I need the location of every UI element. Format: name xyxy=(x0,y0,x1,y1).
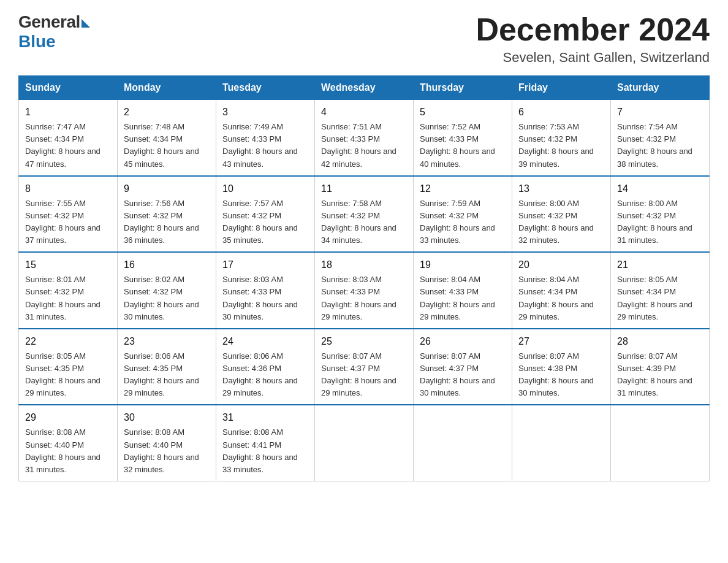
day-info: Sunrise: 8:01 AMSunset: 4:32 PMDaylight:… xyxy=(25,275,100,321)
day-number: 30 xyxy=(124,410,210,425)
day-number: 3 xyxy=(222,105,308,120)
day-number: 31 xyxy=(222,410,308,425)
day-info: Sunrise: 8:06 AMSunset: 4:36 PMDaylight:… xyxy=(222,351,298,397)
day-info: Sunrise: 8:05 AMSunset: 4:35 PMDaylight:… xyxy=(25,351,100,397)
calendar-cell: 24Sunrise: 8:06 AMSunset: 4:36 PMDayligh… xyxy=(216,329,315,405)
calendar-cell: 9Sunrise: 7:56 AMSunset: 4:32 PMDaylight… xyxy=(118,176,216,253)
calendar-cell: 31Sunrise: 8:08 AMSunset: 4:41 PMDayligh… xyxy=(216,405,315,481)
calendar-header-friday: Friday xyxy=(512,76,611,100)
day-number: 8 xyxy=(25,182,111,196)
calendar-header-saturday: Saturday xyxy=(611,76,710,100)
calendar-cell: 1Sunrise: 7:47 AMSunset: 4:34 PMDaylight… xyxy=(19,100,118,176)
logo: General Blue xyxy=(18,12,90,52)
calendar-cell: 8Sunrise: 7:55 AMSunset: 4:32 PMDaylight… xyxy=(19,176,118,253)
calendar-cell: 14Sunrise: 8:00 AMSunset: 4:32 PMDayligh… xyxy=(611,176,710,253)
day-number: 19 xyxy=(420,258,506,272)
day-number: 2 xyxy=(124,105,210,120)
page-header: General Blue December 2024 Sevelen, Sain… xyxy=(18,12,710,66)
calendar-cell: 17Sunrise: 8:03 AMSunset: 4:33 PMDayligh… xyxy=(216,252,315,329)
day-number: 21 xyxy=(617,258,703,272)
day-number: 16 xyxy=(124,258,210,272)
calendar-cell: 2Sunrise: 7:48 AMSunset: 4:34 PMDaylight… xyxy=(118,100,216,176)
day-info: Sunrise: 7:52 AMSunset: 4:33 PMDaylight:… xyxy=(420,122,495,168)
day-info: Sunrise: 8:03 AMSunset: 4:33 PMDaylight:… xyxy=(321,275,396,321)
logo-arrow-icon xyxy=(82,19,90,28)
day-number: 26 xyxy=(420,334,506,349)
calendar-header-tuesday: Tuesday xyxy=(216,76,315,100)
day-info: Sunrise: 8:06 AMSunset: 4:35 PMDaylight:… xyxy=(124,351,199,397)
calendar-header-monday: Monday xyxy=(118,76,216,100)
day-info: Sunrise: 7:49 AMSunset: 4:33 PMDaylight:… xyxy=(222,122,298,168)
calendar-cell: 27Sunrise: 8:07 AMSunset: 4:38 PMDayligh… xyxy=(512,329,611,405)
calendar-cell: 26Sunrise: 8:07 AMSunset: 4:37 PMDayligh… xyxy=(414,329,512,405)
calendar-week-row: 15Sunrise: 8:01 AMSunset: 4:32 PMDayligh… xyxy=(19,252,710,329)
day-info: Sunrise: 8:07 AMSunset: 4:37 PMDaylight:… xyxy=(321,351,396,397)
day-info: Sunrise: 7:53 AMSunset: 4:32 PMDaylight:… xyxy=(518,122,594,168)
day-number: 12 xyxy=(420,182,506,196)
day-info: Sunrise: 7:51 AMSunset: 4:33 PMDaylight:… xyxy=(321,122,396,168)
day-info: Sunrise: 8:08 AMSunset: 4:40 PMDaylight:… xyxy=(124,427,199,473)
day-info: Sunrise: 8:07 AMSunset: 4:37 PMDaylight:… xyxy=(420,351,495,397)
day-info: Sunrise: 8:04 AMSunset: 4:33 PMDaylight:… xyxy=(420,275,495,321)
day-number: 20 xyxy=(518,258,604,272)
day-number: 1 xyxy=(25,105,111,120)
calendar-cell: 16Sunrise: 8:02 AMSunset: 4:32 PMDayligh… xyxy=(118,252,216,329)
day-number: 25 xyxy=(321,334,407,349)
calendar-week-row: 29Sunrise: 8:08 AMSunset: 4:40 PMDayligh… xyxy=(19,405,710,481)
calendar-header-row: SundayMondayTuesdayWednesdayThursdayFrid… xyxy=(19,76,710,100)
day-info: Sunrise: 8:05 AMSunset: 4:34 PMDaylight:… xyxy=(617,275,692,321)
calendar-cell: 7Sunrise: 7:54 AMSunset: 4:32 PMDaylight… xyxy=(611,100,710,176)
day-info: Sunrise: 8:07 AMSunset: 4:38 PMDaylight:… xyxy=(518,351,594,397)
day-number: 13 xyxy=(518,182,604,196)
day-info: Sunrise: 8:04 AMSunset: 4:34 PMDaylight:… xyxy=(518,275,594,321)
day-number: 18 xyxy=(321,258,407,272)
calendar-cell: 18Sunrise: 8:03 AMSunset: 4:33 PMDayligh… xyxy=(315,252,414,329)
day-number: 24 xyxy=(222,334,308,349)
calendar-cell: 5Sunrise: 7:52 AMSunset: 4:33 PMDaylight… xyxy=(414,100,512,176)
calendar-cell: 28Sunrise: 8:07 AMSunset: 4:39 PMDayligh… xyxy=(611,329,710,405)
day-info: Sunrise: 7:48 AMSunset: 4:34 PMDaylight:… xyxy=(124,122,199,168)
day-number: 7 xyxy=(617,105,703,120)
calendar-cell: 20Sunrise: 8:04 AMSunset: 4:34 PMDayligh… xyxy=(512,252,611,329)
calendar-cell: 25Sunrise: 8:07 AMSunset: 4:37 PMDayligh… xyxy=(315,329,414,405)
day-info: Sunrise: 8:08 AMSunset: 4:41 PMDaylight:… xyxy=(222,427,298,473)
calendar-cell xyxy=(414,405,512,481)
calendar-cell: 4Sunrise: 7:51 AMSunset: 4:33 PMDaylight… xyxy=(315,100,414,176)
calendar-cell: 3Sunrise: 7:49 AMSunset: 4:33 PMDaylight… xyxy=(216,100,315,176)
calendar-cell: 23Sunrise: 8:06 AMSunset: 4:35 PMDayligh… xyxy=(118,329,216,405)
location-subtitle: Sevelen, Saint Gallen, Switzerland xyxy=(476,50,710,66)
day-number: 28 xyxy=(617,334,703,349)
day-number: 10 xyxy=(222,182,308,196)
calendar-cell: 6Sunrise: 7:53 AMSunset: 4:32 PMDaylight… xyxy=(512,100,611,176)
day-number: 23 xyxy=(124,334,210,349)
day-number: 17 xyxy=(222,258,308,272)
calendar-week-row: 1Sunrise: 7:47 AMSunset: 4:34 PMDaylight… xyxy=(19,100,710,176)
day-info: Sunrise: 8:00 AMSunset: 4:32 PMDaylight:… xyxy=(518,199,594,245)
calendar-cell: 13Sunrise: 8:00 AMSunset: 4:32 PMDayligh… xyxy=(512,176,611,253)
logo-blue-text: Blue xyxy=(18,32,56,52)
calendar-header-thursday: Thursday xyxy=(414,76,512,100)
day-info: Sunrise: 8:08 AMSunset: 4:40 PMDaylight:… xyxy=(25,427,100,473)
day-info: Sunrise: 7:58 AMSunset: 4:32 PMDaylight:… xyxy=(321,199,396,245)
day-info: Sunrise: 7:54 AMSunset: 4:32 PMDaylight:… xyxy=(617,122,692,168)
day-info: Sunrise: 8:00 AMSunset: 4:32 PMDaylight:… xyxy=(617,199,692,245)
calendar-cell: 22Sunrise: 8:05 AMSunset: 4:35 PMDayligh… xyxy=(19,329,118,405)
calendar-cell: 21Sunrise: 8:05 AMSunset: 4:34 PMDayligh… xyxy=(611,252,710,329)
day-number: 11 xyxy=(321,182,407,196)
day-number: 27 xyxy=(518,334,604,349)
day-number: 9 xyxy=(124,182,210,196)
calendar-cell xyxy=(512,405,611,481)
day-number: 6 xyxy=(518,105,604,120)
calendar-header-wednesday: Wednesday xyxy=(315,76,414,100)
calendar-table: SundayMondayTuesdayWednesdayThursdayFrid… xyxy=(18,75,710,481)
day-info: Sunrise: 7:57 AMSunset: 4:32 PMDaylight:… xyxy=(222,199,298,245)
month-title: December 2024 xyxy=(476,12,710,47)
day-info: Sunrise: 8:07 AMSunset: 4:39 PMDaylight:… xyxy=(617,351,692,397)
day-number: 4 xyxy=(321,105,407,120)
calendar-week-row: 22Sunrise: 8:05 AMSunset: 4:35 PMDayligh… xyxy=(19,329,710,405)
day-info: Sunrise: 7:59 AMSunset: 4:32 PMDaylight:… xyxy=(420,199,495,245)
calendar-cell: 15Sunrise: 8:01 AMSunset: 4:32 PMDayligh… xyxy=(19,252,118,329)
day-number: 14 xyxy=(617,182,703,196)
day-info: Sunrise: 8:02 AMSunset: 4:32 PMDaylight:… xyxy=(124,275,199,321)
calendar-cell: 10Sunrise: 7:57 AMSunset: 4:32 PMDayligh… xyxy=(216,176,315,253)
